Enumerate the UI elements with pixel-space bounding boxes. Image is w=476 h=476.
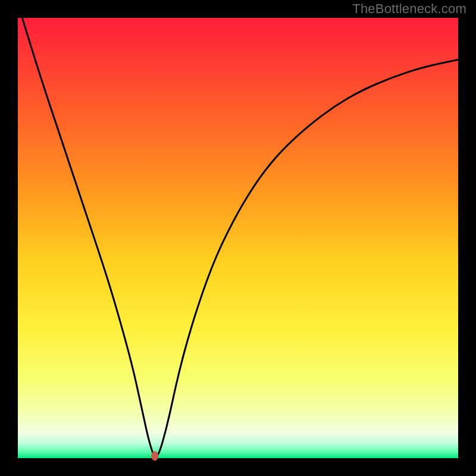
chart-background <box>18 18 458 458</box>
bottleneck-chart <box>0 0 476 476</box>
optimal-point <box>151 451 158 461</box>
chart-frame: TheBottleneck.com <box>0 0 476 476</box>
